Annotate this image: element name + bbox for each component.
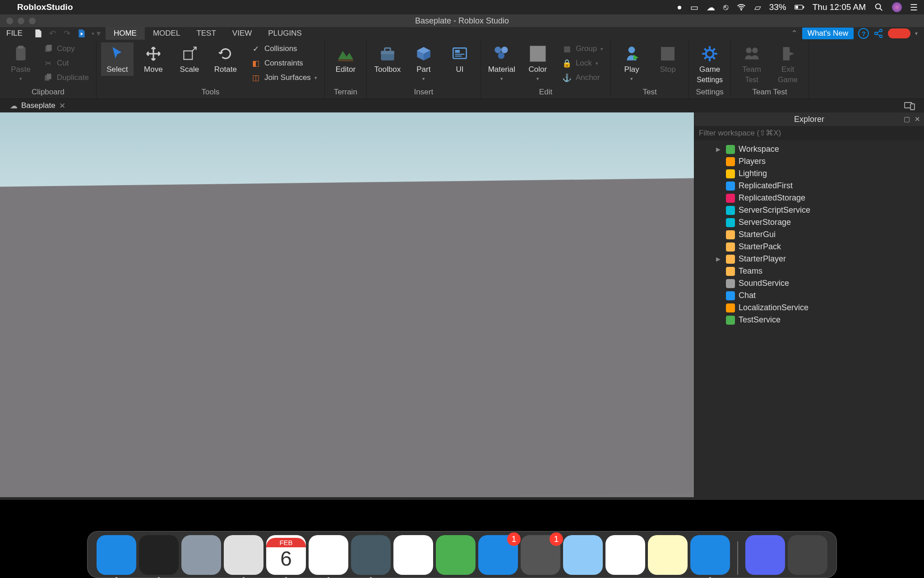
explorer-item-workspace[interactable]: ▶Workspace (694, 143, 924, 155)
ribbon-tab-test[interactable]: TEST (188, 27, 224, 40)
color-button[interactable]: Color ▾ (522, 42, 554, 84)
ribbon-tab-plugins[interactable]: PLUGINS (260, 27, 310, 40)
ribbon-tab-home[interactable]: HOME (106, 27, 145, 40)
dock-notes[interactable] (648, 535, 688, 575)
move-tool-button[interactable]: Move (137, 42, 170, 76)
traffic-lights[interactable] (0, 18, 36, 24)
account-dropdown-icon[interactable]: ▾ (915, 30, 918, 37)
spotlight-icon[interactable] (874, 2, 884, 12)
group-button[interactable]: ▦Group ▾ (559, 42, 606, 55)
share-icon[interactable] (873, 28, 883, 38)
menu-extras-icon[interactable]: ☰ (910, 2, 918, 13)
file-menu[interactable]: FILE (0, 27, 29, 40)
collapse-ribbon-icon[interactable]: ⌃ (791, 28, 798, 38)
play-qat-icon[interactable] (77, 28, 87, 38)
explorer-item-starterplayer[interactable]: ▶StarterPlayer (694, 253, 924, 265)
dock-launchpad[interactable] (181, 535, 221, 575)
duplicate-button[interactable]: Duplicate (41, 71, 92, 84)
toolbox-button[interactable]: Toolbox (371, 42, 404, 76)
close-tab-icon[interactable]: ✕ (59, 101, 65, 111)
dock-finder[interactable] (97, 535, 136, 575)
expand-arrow-icon[interactable]: ▶ (716, 146, 722, 153)
dock-photos[interactable] (393, 535, 433, 575)
select-tool-button[interactable]: Select (101, 42, 134, 76)
app-menu[interactable]: RobloxStudio (17, 2, 73, 12)
explorer-item-serverscriptservice[interactable]: ServerScriptService (694, 204, 924, 216)
dock-preview[interactable] (563, 535, 603, 575)
dock-chrome[interactable] (309, 535, 348, 575)
undo-icon[interactable]: ↶ (48, 28, 58, 38)
rotate-tool-button[interactable]: Rotate (209, 42, 242, 76)
user-icon[interactable] (892, 2, 902, 12)
whats-new-button[interactable]: What's New (802, 28, 854, 39)
anchor-button[interactable]: ⚓Anchor (559, 71, 606, 84)
dock-appstore[interactable]: 1 (478, 535, 518, 575)
dock-quicktime[interactable] (351, 535, 391, 575)
wifi-icon[interactable] (736, 2, 746, 12)
explorer-item-soundservice[interactable]: SoundService (694, 277, 924, 289)
explorer-filter-input[interactable] (699, 128, 919, 139)
new-file-icon[interactable] (33, 28, 43, 38)
redo-icon[interactable]: ↷ (62, 28, 72, 38)
copy-button[interactable]: Copy (41, 42, 92, 55)
dock-safari[interactable] (224, 535, 263, 575)
explorer-item-serverstorage[interactable]: ServerStorage (694, 216, 924, 228)
viewport-3d[interactable] (0, 112, 694, 497)
dock-music[interactable] (605, 535, 645, 575)
collisions-toggle[interactable]: ✓Collisions (248, 42, 320, 55)
explorer-item-lighting[interactable]: Lighting (694, 168, 924, 180)
group-label-settings: Settings (693, 86, 726, 97)
lock-button[interactable]: 🔒Lock ▾ (559, 57, 606, 70)
explorer-item-chat[interactable]: Chat (694, 289, 924, 302)
box-icon (726, 194, 735, 203)
dock-facetime[interactable] (436, 535, 476, 575)
explorer-item-teams[interactable]: Teams (694, 265, 924, 277)
help-icon[interactable]: ? (858, 28, 869, 39)
explorer-item-startergui[interactable]: StarterGui (694, 228, 924, 241)
material-button[interactable]: Material ▾ (485, 42, 518, 84)
ribbon-tab-model[interactable]: MODEL (145, 27, 188, 40)
exit-game-button: Exit Game (772, 42, 804, 86)
document-tab-label: Baseplate (21, 101, 55, 110)
cloud-icon[interactable]: ☁ (707, 2, 715, 13)
paste-button[interactable]: Paste ▾ (5, 42, 37, 84)
dock-settings[interactable]: 1 (521, 535, 560, 575)
game-settings-button[interactable]: Game Settings (693, 42, 726, 86)
statusbar (0, 497, 924, 500)
display-icon[interactable]: ▭ (690, 2, 698, 13)
bluetooth-icon[interactable]: ⎋ (723, 2, 728, 12)
terrain-editor-button[interactable]: Editor (329, 42, 362, 76)
ui-button[interactable]: UI (444, 42, 476, 76)
battery-icon[interactable] (795, 2, 804, 12)
explorer-item-replicatedstorage[interactable]: ReplicatedStorage (694, 192, 924, 204)
airplay-icon[interactable]: ▱ (754, 2, 761, 13)
svg-point-28 (746, 47, 752, 53)
toggle-device-icon[interactable] (904, 101, 915, 110)
undock-panel-icon[interactable]: ▢ (904, 115, 910, 123)
dock-discord[interactable] (745, 535, 785, 575)
stop-qat-icon[interactable]: ▪ ▾ (91, 28, 101, 38)
explorer-item-starterpack[interactable]: StarterPack (694, 241, 924, 253)
explorer-item-replicatedfirst[interactable]: ReplicatedFirst (694, 180, 924, 192)
join-surfaces-dropdown[interactable]: ◫Join Surfaces ▾ (248, 71, 320, 84)
explorer-tree[interactable]: ▶WorkspacePlayersLightingReplicatedFirst… (694, 140, 924, 329)
dock-trash[interactable] (788, 535, 827, 575)
account-indicator[interactable] (888, 28, 910, 38)
play-button[interactable]: Play ▾ (615, 42, 648, 84)
part-button[interactable]: Part ▾ (407, 42, 440, 84)
dock-siri[interactable] (139, 535, 179, 575)
constraints-toggle[interactable]: ◧Constraints (248, 57, 320, 70)
scale-tool-button[interactable]: Scale (173, 42, 206, 76)
constraints-icon: ◧ (251, 58, 261, 68)
dock-robloxstudio[interactable] (690, 535, 730, 575)
explorer-item-testservice[interactable]: TestService (694, 314, 924, 326)
close-panel-icon[interactable]: ✕ (915, 115, 920, 123)
ribbon-tab-view[interactable]: VIEW (224, 27, 260, 40)
clock[interactable]: Thu 12:05 AM (813, 2, 866, 12)
document-tab-baseplate[interactable]: ☁ Baseplate ✕ (5, 101, 71, 111)
expand-arrow-icon[interactable]: ▶ (716, 256, 722, 262)
explorer-item-localizationservice[interactable]: LocalizationService (694, 302, 924, 314)
cut-button[interactable]: ✂Cut (41, 57, 92, 70)
dock-calendar[interactable]: FEB6 (266, 535, 306, 575)
explorer-item-players[interactable]: Players (694, 155, 924, 168)
